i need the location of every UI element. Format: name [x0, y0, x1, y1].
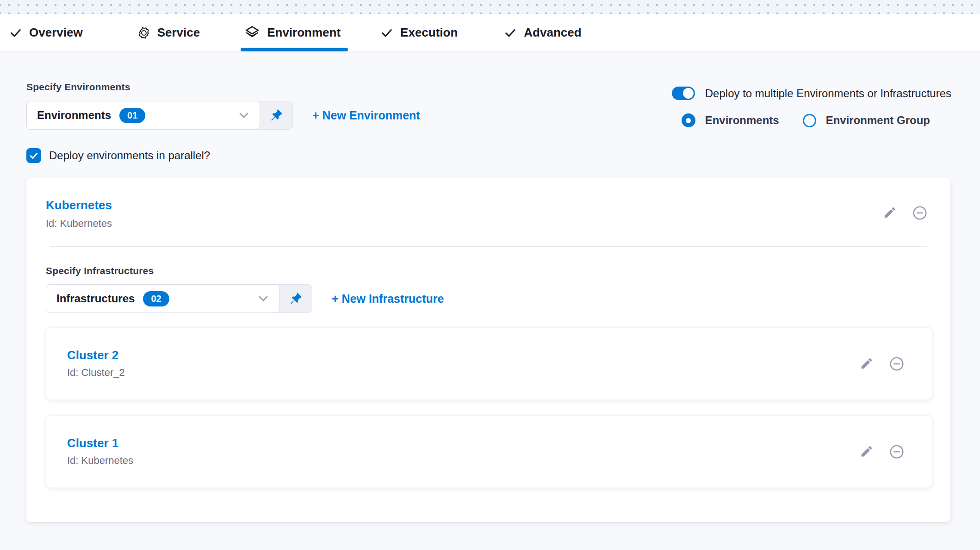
radio-unselected-icon — [803, 114, 816, 127]
new-infrastructure-button[interactable]: + New Infrastructure — [332, 292, 444, 306]
environments-left-column: Specify Environments Environments 01 + N… — [26, 81, 420, 130]
parallel-checkbox[interactable] — [26, 148, 41, 163]
tab-label: Execution — [400, 25, 458, 40]
infrastructure-id: Id: Cluster_2 — [67, 367, 932, 379]
environments-count-badge: 01 — [119, 108, 145, 123]
tab-label: Overview — [29, 25, 83, 40]
infrastructures-count-badge: 02 — [143, 291, 169, 306]
check-icon — [9, 26, 22, 39]
remove-infrastructure-button[interactable] — [889, 444, 904, 459]
tab-advanced[interactable]: Advanced — [504, 14, 581, 51]
specify-environments-label: Specify Environments — [26, 81, 420, 93]
infrastructures-select-label: Infrastructures — [56, 292, 135, 305]
environments-section: Specify Environments Environments 01 + N… — [0, 52, 980, 130]
tab-environment[interactable]: Environment — [244, 14, 341, 51]
pencil-icon — [883, 206, 897, 219]
tab-overview[interactable]: Overview — [9, 14, 83, 51]
infrastructure-actions — [860, 356, 904, 371]
tab-execution[interactable]: Execution — [380, 14, 458, 51]
infrastructures-select[interactable]: Infrastructures 02 — [46, 284, 279, 313]
radio-environments-label: Environments — [705, 114, 779, 127]
parallel-checkbox-label: Deploy environments in parallel? — [49, 149, 210, 162]
radio-environment-group[interactable]: Environment Group — [803, 114, 930, 127]
card-divider — [50, 246, 927, 247]
environments-pin-button[interactable] — [260, 101, 292, 129]
chevron-down-icon — [258, 295, 269, 302]
multi-deploy-toggle-row: Deploy to multiple Environments or Infra… — [672, 87, 951, 100]
edit-environment-button[interactable] — [883, 206, 897, 219]
infrastructure-card-cluster-1: Cluster 1 Id: Kubernetes — [46, 415, 932, 488]
radio-environment-group-label: Environment Group — [826, 114, 930, 127]
infrastructure-card-cluster-2: Cluster 2 Id: Cluster_2 — [46, 327, 932, 400]
deploy-target-radio-row: Environments Environment Group — [672, 113, 951, 127]
environment-actions — [883, 206, 927, 230]
tab-label: Service — [157, 25, 200, 40]
specify-infrastructures-label: Specify Infrastructures — [46, 265, 927, 276]
chevron-down-icon — [238, 112, 249, 119]
infrastructure-name-link[interactable]: Cluster 2 — [67, 348, 932, 362]
environment-card-header: Kubernetes Id: Kubernetes — [46, 198, 927, 230]
infrastructure-id: Id: Kubernetes — [67, 455, 932, 467]
environments-dropdown-group: Environments 01 — [26, 101, 293, 130]
infrastructures-dropdown-row: Infrastructures 02 + New Infrastructure — [46, 284, 927, 313]
pin-icon — [269, 108, 284, 123]
environment-card: Kubernetes Id: Kubernetes Specify Infras… — [26, 178, 950, 522]
check-icon — [29, 151, 38, 160]
radio-environments[interactable]: Environments — [682, 113, 779, 127]
check-icon — [504, 26, 517, 39]
multi-deploy-toggle[interactable] — [672, 87, 695, 100]
edit-infrastructure-button[interactable] — [860, 444, 874, 458]
minus-circle-icon — [889, 444, 904, 459]
environment-identity: Kubernetes Id: Kubernetes — [46, 198, 112, 230]
tab-label: Environment — [267, 25, 341, 40]
infrastructures-dropdown-group: Infrastructures 02 — [46, 284, 312, 313]
pipeline-canvas-strip — [0, 0, 980, 14]
environments-dropdown-row: Environments 01 + New Environment — [26, 101, 420, 130]
infrastructure-name-link[interactable]: Cluster 1 — [67, 436, 932, 450]
layers-icon — [244, 25, 260, 41]
edit-infrastructure-button[interactable] — [860, 356, 874, 370]
stage-tabbar: Overview Service Environment Execution A… — [0, 14, 980, 52]
gear-icon — [137, 26, 150, 39]
pin-icon — [288, 291, 303, 306]
environment-id: Id: Kubernetes — [46, 218, 112, 230]
remove-infrastructure-button[interactable] — [889, 356, 904, 371]
multi-deploy-block: Deploy to multiple Environments or Infra… — [672, 87, 951, 130]
check-icon — [380, 26, 393, 39]
environment-name-link[interactable]: Kubernetes — [46, 198, 112, 212]
new-environment-button[interactable]: + New Environment — [312, 109, 420, 122]
pencil-icon — [860, 444, 874, 458]
pencil-icon — [860, 356, 874, 370]
remove-environment-button[interactable] — [912, 206, 927, 220]
tab-service[interactable]: Service — [137, 14, 200, 51]
infrastructures-pin-button[interactable] — [279, 285, 312, 312]
minus-circle-icon — [912, 206, 927, 220]
infrastructure-actions — [860, 444, 904, 459]
environments-select-label: Environments — [37, 109, 111, 122]
multi-deploy-toggle-label: Deploy to multiple Environments or Infra… — [705, 87, 951, 100]
tab-label: Advanced — [524, 25, 581, 40]
radio-selected-icon — [682, 113, 695, 127]
environments-select[interactable]: Environments 01 — [26, 101, 260, 130]
toggle-knob — [683, 88, 694, 99]
parallel-checkbox-row: Deploy environments in parallel? — [26, 148, 980, 163]
minus-circle-icon — [889, 356, 904, 371]
